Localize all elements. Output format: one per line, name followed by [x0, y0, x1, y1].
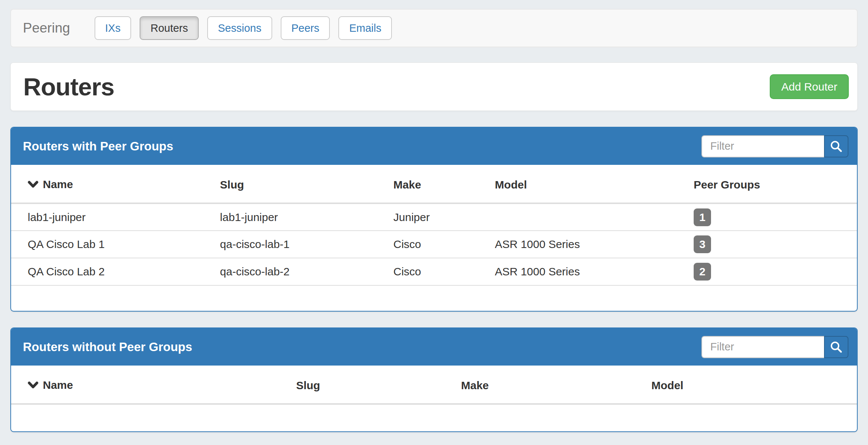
- table-row: QA Cisco Lab 2 qa-cisco-lab-2 Cisco ASR …: [11, 258, 857, 285]
- column-header-peer-groups[interactable]: Peer Groups: [688, 165, 857, 203]
- search-icon: [830, 340, 843, 354]
- column-header-make[interactable]: Make: [387, 165, 489, 203]
- routers-without-peer-groups-table: Name Slug Make Model: [11, 366, 857, 405]
- nav-button-emails[interactable]: Emails: [338, 16, 392, 40]
- filter-input[interactable]: [701, 336, 824, 358]
- column-header-make[interactable]: Make: [455, 366, 645, 404]
- router-model: ASR 1000 Series: [489, 231, 688, 258]
- panel-title: Routers with Peer Groups: [23, 139, 173, 153]
- panel-heading: Routers with Peer Groups: [11, 128, 857, 165]
- chevron-down-icon: [28, 380, 38, 392]
- router-name: QA Cisco Lab 1: [11, 231, 214, 258]
- column-header-slug[interactable]: Slug: [214, 165, 387, 203]
- filter-group: [701, 135, 848, 157]
- page-container: Peering IXs Routers Sessions Peers Email…: [10, 0, 858, 432]
- router-make: Juniper: [387, 203, 489, 231]
- nav-button-peers[interactable]: Peers: [281, 16, 330, 40]
- peer-groups-badge: 2: [694, 263, 711, 281]
- router-name: QA Cisco Lab 2: [11, 258, 214, 285]
- panel-routers-without-peer-groups: Routers without Peer Groups: [10, 327, 858, 432]
- table-header-row: Name Slug Make Model Peer Groups: [11, 165, 857, 203]
- peer-groups-badge: 3: [694, 235, 711, 253]
- filter-input[interactable]: [701, 135, 824, 157]
- router-model: [489, 203, 688, 231]
- search-button[interactable]: [824, 135, 848, 157]
- column-header-model[interactable]: Model: [489, 165, 688, 203]
- router-slug: lab1-juniper: [214, 203, 387, 231]
- router-make: Cisco: [387, 258, 489, 285]
- top-navbar: Peering IXs Routers Sessions Peers Email…: [10, 9, 858, 47]
- router-name: lab1-juniper: [11, 203, 214, 231]
- nav-button-sessions[interactable]: Sessions: [207, 16, 272, 40]
- search-button[interactable]: [824, 336, 848, 358]
- chevron-down-icon: [28, 179, 38, 191]
- add-router-button[interactable]: Add Router: [770, 74, 849, 99]
- filter-group: [701, 336, 848, 358]
- panel-title: Routers without Peer Groups: [23, 340, 192, 354]
- peer-groups-badge: 1: [694, 208, 711, 226]
- table-header-row: Name Slug Make Model: [11, 366, 857, 404]
- column-header-slug[interactable]: Slug: [290, 366, 455, 404]
- search-icon: [830, 140, 843, 153]
- column-header-model[interactable]: Model: [645, 366, 857, 404]
- router-slug: qa-cisco-lab-2: [214, 258, 387, 285]
- column-header-name[interactable]: Name: [11, 366, 290, 404]
- router-model: ASR 1000 Series: [489, 258, 688, 285]
- nav-button-ixs[interactable]: IXs: [95, 16, 131, 40]
- panel-routers-with-peer-groups: Routers with Peer Groups: [10, 127, 858, 312]
- routers-with-peer-groups-table: Name Slug Make Model Peer Groups lab1-ju…: [11, 165, 857, 286]
- nav-button-routers[interactable]: Routers: [140, 16, 199, 40]
- page-title: Routers: [23, 72, 114, 101]
- table-row: lab1-juniper lab1-juniper Juniper 1: [11, 203, 857, 231]
- panel-heading: Routers without Peer Groups: [11, 328, 857, 366]
- router-slug: qa-cisco-lab-1: [214, 231, 387, 258]
- panel-body-spacer: [11, 286, 857, 311]
- column-header-name[interactable]: Name: [11, 165, 214, 203]
- table-row: QA Cisco Lab 1 qa-cisco-lab-1 Cisco ASR …: [11, 231, 857, 258]
- page-header: Routers Add Router: [10, 62, 858, 111]
- router-make: Cisco: [387, 231, 489, 258]
- brand-peering: Peering: [11, 20, 95, 36]
- panel-body-spacer: [11, 405, 857, 431]
